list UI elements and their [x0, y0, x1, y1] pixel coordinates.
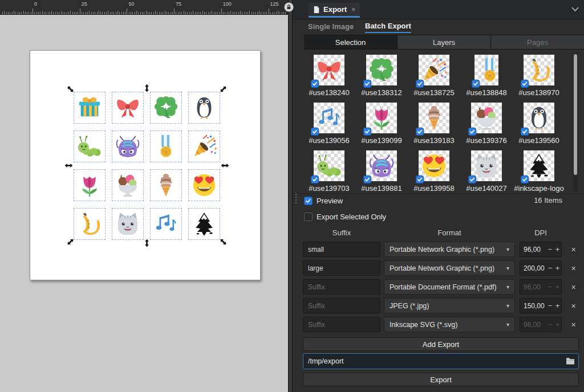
scrollbar-thumb[interactable] — [574, 54, 577, 175]
tab-batch-export[interactable]: Batch Export — [365, 19, 411, 33]
batch-export-item[interactable]: #use139958 — [408, 146, 460, 194]
item-checkbox[interactable] — [521, 128, 529, 136]
softice-object[interactable] — [150, 169, 182, 201]
heart_eyes-object[interactable] — [188, 169, 220, 201]
remove-row-button[interactable]: × — [568, 244, 579, 255]
batch-export-item[interactable]: #use139881 — [355, 146, 408, 194]
item-checkbox[interactable] — [363, 175, 371, 183]
export-selected-only-checkbox[interactable] — [304, 213, 313, 221]
add-export-button[interactable]: Add Export — [303, 337, 579, 351]
export-button[interactable]: Export — [303, 373, 579, 386]
batch-export-item[interactable]: #use138240 — [303, 50, 355, 98]
item-checkbox[interactable] — [468, 128, 476, 136]
format-dropdown[interactable]: Portable Network Graphic (*.png) ▾ — [384, 242, 515, 257]
item-thumbnail[interactable] — [471, 150, 502, 181]
item-checkbox[interactable] — [311, 175, 319, 183]
dpi-decrease-button[interactable]: − — [546, 301, 554, 310]
medal-object[interactable] — [150, 130, 182, 162]
item-thumbnail[interactable] — [524, 103, 554, 133]
item-checkbox[interactable] — [472, 80, 480, 88]
item-checkbox[interactable] — [311, 80, 319, 88]
remove-row-button[interactable]: × — [568, 263, 579, 273]
dpi-increase-button[interactable]: + — [554, 301, 561, 310]
batch-export-item[interactable]: #use139099 — [355, 98, 408, 146]
selected-objects-grid[interactable] — [74, 92, 220, 240]
notes-object[interactable] — [150, 208, 182, 240]
item-thumbnail[interactable] — [314, 103, 344, 133]
item-checkbox[interactable] — [468, 175, 476, 183]
source-tab-selection[interactable]: Selection — [304, 35, 398, 49]
item-thumbnail[interactable] — [524, 150, 554, 181]
item-thumbnail[interactable] — [419, 150, 449, 181]
dpi-decrease-button[interactable]: − — [546, 264, 554, 272]
sax-object[interactable] — [74, 208, 106, 240]
dpi-spinner[interactable]: 200,00 − + — [520, 260, 562, 276]
batch-export-item[interactable]: #use139703 — [303, 146, 355, 194]
dpi-increase-button[interactable]: + — [554, 320, 561, 329]
batch-export-item[interactable]: #use139560 — [513, 98, 565, 146]
guide-lock-icon[interactable] — [284, 2, 294, 12]
dpi-spinner[interactable]: 96,00 − + — [520, 279, 562, 295]
preview-checkbox[interactable] — [304, 197, 313, 205]
batch-export-item[interactable]: #use138848 — [460, 50, 513, 98]
export-selected-only-toggle[interactable]: Export Selected Only — [304, 211, 386, 222]
item-thumbnail[interactable] — [474, 55, 498, 85]
scale-handle-w[interactable] — [64, 161, 73, 170]
remove-row-button[interactable]: × — [568, 281, 579, 292]
icecream-object[interactable] — [112, 169, 144, 201]
format-dropdown[interactable]: Portable Document Format (*.pdf) ▾ — [384, 279, 515, 295]
scale-handle-n[interactable] — [143, 84, 151, 92]
tab-single-image[interactable]: Single Image — [308, 19, 354, 33]
folder-browse-icon[interactable] — [566, 357, 575, 365]
item-checkbox[interactable] — [521, 175, 529, 183]
inkscape-object[interactable] — [188, 208, 220, 240]
batch-export-item[interactable]: #use138312 — [355, 50, 408, 98]
preview-toggle[interactable]: Preview — [304, 195, 343, 206]
dpi-spinner[interactable]: 96,00 − + — [520, 242, 562, 257]
item-checkbox[interactable] — [363, 80, 371, 88]
item-thumbnail[interactable] — [471, 103, 502, 133]
caterpillar-object[interactable] — [74, 130, 106, 162]
item-checkbox[interactable] — [521, 80, 529, 88]
gift-object[interactable] — [74, 92, 106, 124]
list-scrollbar[interactable] — [573, 52, 578, 191]
cat-object[interactable] — [112, 208, 144, 240]
dpi-spinner[interactable]: 96,00 − + — [520, 317, 562, 332]
batch-export-item[interactable]: #use138725 — [408, 50, 460, 98]
item-checkbox[interactable] — [416, 175, 424, 183]
remove-row-button[interactable]: × — [568, 319, 579, 330]
batch-export-item[interactable]: #use138970 — [513, 50, 565, 98]
canvas-area[interactable]: 0255075100125 — [0, 0, 288, 392]
dpi-decrease-button[interactable]: − — [546, 320, 554, 329]
item-checkbox[interactable] — [416, 80, 424, 88]
remove-row-button[interactable]: × — [568, 300, 579, 311]
suffix-input[interactable] — [303, 260, 380, 276]
dpi-increase-button[interactable]: + — [554, 245, 561, 254]
batch-export-item[interactable]: #inkscape-logo — [513, 146, 565, 194]
source-tab-layers[interactable]: Layers — [398, 35, 491, 49]
suffix-input[interactable] — [303, 279, 380, 295]
canvas-vertical-scrollbar[interactable] — [288, 0, 293, 392]
chevron-down-icon[interactable] — [571, 6, 579, 12]
item-thumbnail[interactable] — [524, 55, 554, 85]
item-checkbox[interactable] — [363, 128, 371, 136]
scale-handle-e[interactable] — [221, 161, 229, 170]
item-thumbnail[interactable] — [314, 55, 344, 85]
source-tab-pages[interactable]: Pages — [491, 35, 584, 49]
format-dropdown[interactable]: Inkscape SVG (*.svg) ▾ — [384, 317, 515, 332]
horizontal-ruler[interactable]: 0255075100125 — [0, 0, 288, 15]
bug-object[interactable] — [112, 130, 144, 162]
penguin-object[interactable] — [188, 92, 220, 124]
batch-export-item[interactable]: #use139183 — [408, 98, 460, 146]
dpi-increase-button[interactable]: + — [554, 283, 561, 291]
item-thumbnail[interactable] — [419, 55, 449, 85]
item-thumbnail[interactable] — [366, 150, 397, 181]
dpi-decrease-button[interactable]: − — [546, 245, 554, 254]
dpi-spinner[interactable]: 150,00 − + — [520, 298, 562, 313]
item-thumbnail[interactable] — [366, 103, 397, 133]
dpi-decrease-button[interactable]: − — [546, 283, 554, 291]
item-checkbox[interactable] — [311, 128, 319, 136]
dpi-increase-button[interactable]: + — [554, 264, 561, 272]
format-dropdown[interactable]: JPEG (*.jpg) ▾ — [384, 298, 515, 313]
bow-object[interactable] — [112, 92, 144, 124]
